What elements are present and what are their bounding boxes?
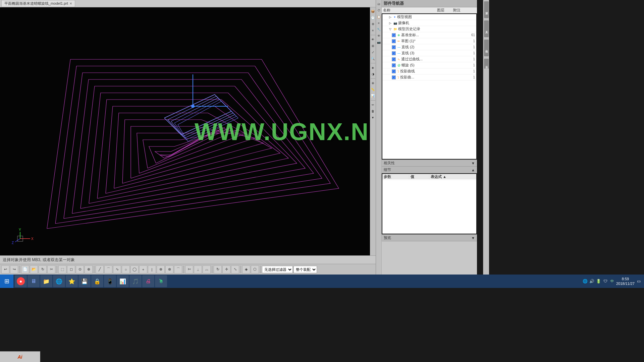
scale-button[interactable]: ⤡ — [231, 265, 239, 274]
delete-icon[interactable]: 🗑 — [370, 109, 376, 114]
app-icon-10: 🎵 — [131, 277, 140, 285]
taskbar-app-3[interactable]: 📁 — [40, 275, 52, 287]
properties-header[interactable]: 相关性 ▼ — [382, 160, 477, 167]
svg-text:Z: Z — [12, 241, 14, 245]
trim-button[interactable]: ✂ — [47, 265, 55, 274]
spline-button[interactable]: ∿ — [113, 265, 121, 274]
view-icon[interactable]: 👁 — [370, 37, 376, 42]
filter-dropdown[interactable]: 无选择过滤器 — [262, 266, 293, 273]
start-button[interactable]: ⊞ — [0, 275, 13, 288]
select2-button[interactable]: ◻ — [67, 265, 75, 274]
detail-header[interactable]: 细节 ▲ — [382, 167, 477, 173]
move-button[interactable]: ✛ — [222, 265, 230, 274]
ref-button[interactable]: ↻ — [39, 265, 47, 274]
snap-icon[interactable]: ⊕ — [370, 80, 376, 86]
battery-icon[interactable]: 🔋 — [596, 279, 601, 284]
shade-icon[interactable]: ◑ — [370, 71, 376, 77]
security-icon[interactable]: 🛡 — [603, 279, 608, 284]
orient-icon[interactable]: ⊞ — [370, 43, 376, 49]
snap-button[interactable]: ⊙ — [76, 265, 84, 274]
trim2-button[interactable]: ✄ — [185, 265, 193, 274]
quick-trim[interactable]: ⟂ — [194, 265, 202, 274]
open-button[interactable]: 📂 — [30, 265, 38, 274]
tree-item-camera[interactable]: ▷ 📷 摄像机 — [382, 20, 476, 26]
item-proj2-name: 投影曲... — [400, 75, 467, 80]
tree-item-model-views[interactable]: ▷ ✦ 模型视图 — [382, 14, 476, 20]
preview-header[interactable]: 预览 ▼ — [382, 235, 477, 241]
tree-item-coord[interactable]: ✓ ⊕ 基准坐标... 61 — [382, 32, 476, 38]
measure-icon[interactable]: 📏 — [370, 87, 376, 92]
redo-button[interactable]: ↪ — [10, 265, 18, 274]
taskbar-app-4[interactable]: 🌐 — [53, 275, 65, 287]
taskbar-app-9[interactable]: 📊 — [117, 275, 129, 287]
tree-item-proj1[interactable]: ✓ ⤵ 投影曲线 1 — [382, 68, 476, 74]
assem-icon[interactable]: ⚙ — [370, 21, 376, 27]
ellipse-button[interactable]: ◯ — [130, 265, 139, 274]
tool-side-icon[interactable]: 🔧 — [376, 27, 381, 32]
render-icon[interactable]: ◈ — [370, 65, 376, 70]
input-icon[interactable]: 中 — [609, 279, 615, 284]
file-tab[interactable]: 平面椭圆渐基米道蜡螺旋线_model1.prt ✕ — [1, 0, 75, 7]
ext-line-button[interactable]: | — [148, 265, 156, 274]
network-icon[interactable]: 🌐 — [583, 279, 588, 284]
far-icon-1[interactable]: 资源 — [484, 1, 489, 18]
col-note: 附注 — [453, 8, 476, 13]
rotate-button[interactable]: ↻ — [214, 265, 222, 274]
tree-item-line3[interactable]: ✓ — 直线 (3) 1 — [382, 50, 476, 56]
zoom-fit-icon[interactable]: ⤢ — [370, 50, 376, 55]
clock[interactable]: 8:59 2018/11/27 — [616, 277, 635, 286]
show-desktop-icon[interactable]: ▭ — [636, 279, 641, 284]
taskbar-app-10[interactable]: 🎵 — [129, 275, 142, 287]
history-icon[interactable]: 🕐 — [370, 15, 376, 20]
layer-side-icon[interactable]: ≡ — [376, 20, 381, 26]
taskbar-app-1[interactable]: ● — [15, 275, 27, 287]
select-button[interactable]: ⬚ — [58, 265, 66, 274]
taskbar-app-2[interactable]: 🖥 — [28, 275, 40, 287]
tree-item-line2[interactable]: ✓ — 直线 (2) 1 — [382, 44, 476, 50]
project-button[interactable]: ⊕ — [157, 265, 165, 274]
more-icon[interactable]: ▼ — [370, 115, 376, 120]
nav-icon[interactable]: 🗂 — [376, 1, 381, 7]
far-icon-4[interactable]: 历史 — [484, 59, 489, 69]
tree-item-helix[interactable]: ✓ @ 螺旋 (5) 1 — [382, 62, 476, 68]
taskbar-app-7[interactable]: 🔒 — [91, 275, 103, 287]
wcs-button[interactable]: ⊕ — [85, 265, 93, 274]
arc-button[interactable]: ⌒ — [104, 265, 112, 274]
view3d-button[interactable]: ◈ — [242, 265, 250, 274]
taskbar-app-6[interactable]: 💾 — [78, 275, 91, 287]
tree-item-through[interactable]: ✓ ∿ 通过过曲线... 1 — [382, 56, 476, 62]
far-icon-3[interactable]: 导航 — [484, 40, 489, 56]
wrap-button[interactable]: ⊗ — [165, 265, 173, 274]
assembly-filter-dropdown[interactable]: 整个装配 — [293, 266, 317, 273]
sep1 — [371, 35, 375, 35]
layer-icon[interactable]: ≡ — [370, 28, 376, 33]
tree-item-proj2[interactable]: ✓ ⤵ 投影曲... 1 — [382, 74, 476, 80]
plus-button[interactable]: + — [139, 265, 147, 274]
fillet-button[interactable]: ⌓ — [203, 265, 211, 274]
circle-button[interactable]: ○ — [122, 265, 130, 274]
taskbar-app-5[interactable]: ⭐ — [66, 275, 78, 287]
tree-item-history[interactable]: ▽ 📁 模型历史记录 — [382, 26, 476, 32]
analyze-icon[interactable]: 📊 — [370, 93, 376, 99]
new-button[interactable]: 📄 — [21, 265, 29, 274]
hist-icon[interactable]: ⏱ — [376, 8, 381, 13]
taskbar-app-8[interactable]: 📱 — [104, 275, 116, 287]
prop-icon[interactable]: 📋 — [376, 14, 381, 19]
undo-button[interactable]: ↩ — [1, 265, 9, 274]
item-line2-layer: 1 — [468, 45, 475, 49]
cam-side-icon[interactable]: 📷 — [376, 40, 381, 45]
line-button[interactable]: ╱ — [96, 265, 104, 274]
parts-nav-icon[interactable]: 📦 — [370, 9, 376, 14]
close-tab-button[interactable]: ✕ — [69, 2, 72, 5]
item-proj1-layer: 1 — [468, 69, 475, 73]
far-icon-2[interactable]: 工具 — [484, 20, 489, 37]
bridge-button[interactable]: ⌒ — [174, 265, 182, 274]
edit-icon[interactable]: ✏ — [370, 102, 376, 108]
volume-icon[interactable]: 🔊 — [589, 279, 595, 284]
tree-item-sketch1[interactable]: ✓ ✏ 草图 (1)° 1 — [382, 38, 476, 44]
zoom-in-icon[interactable]: 🔍 — [370, 56, 376, 61]
taskbar-app-11[interactable]: 🖨 — [142, 275, 154, 287]
wire-button[interactable]: ⬡ — [251, 265, 259, 274]
taskbar-app-12[interactable]: 🖱 — [155, 275, 167, 287]
view-side-icon[interactable]: 👁 — [376, 33, 381, 39]
